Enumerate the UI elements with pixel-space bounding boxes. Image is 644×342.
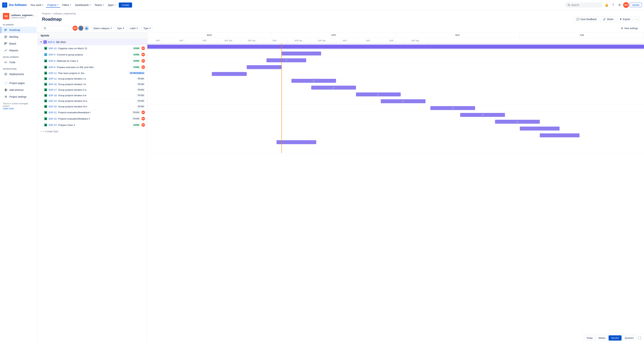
issue-key[interactable]: SOF-21 [48,111,57,114]
issue-row[interactable]: ▣SOF-18Group projects iteration II-bTO D… [38,93,147,98]
issue-key[interactable]: SOF-11 [48,72,57,74]
nav-filters[interactable]: Filters ▼ [61,2,73,7]
issue-row[interactable]: ▣SOF-16Group projects iteration I-bTO DO [38,81,147,87]
issue-key[interactable]: SOF-23 [48,124,57,126]
issue-bar[interactable]: 🔗 [381,99,426,103]
issue-bar[interactable] [282,51,321,55]
weeks-button[interactable]: Weeks [596,335,608,341]
epic-key[interactable]: SOF-6 [48,41,54,43]
issue-key[interactable]: SOF-20 [48,105,57,108]
user-avatar[interactable]: MS [623,2,629,8]
issue-bar[interactable]: 🔗 [311,86,356,90]
issue-bar[interactable] [540,133,580,137]
sidebar-item-reports[interactable]: Reports [1,47,36,54]
issue-key[interactable]: SOF-17 [48,88,57,91]
issue-key[interactable]: SOF-8 [48,60,55,62]
export-button[interactable]: ⬆ Export [618,16,632,22]
issue-key[interactable]: SOF-12 [48,77,57,80]
issue-bar[interactable]: 🔗 [495,120,540,124]
issue-key[interactable]: SOF-16 [48,83,57,86]
nav-teams[interactable]: Teams ▼ [93,2,106,7]
settings-button[interactable]: ⚙ [617,2,622,8]
issue-row[interactable]: ▣SOF-9Prepare exercises on IDE and GitH.… [38,64,147,70]
sidebar-item-project-pages[interactable]: 📄 Project pages [1,80,36,86]
update-button[interactable]: Update [630,3,642,7]
issue-row[interactable]: ▣SOF-12Group projects iteration I-aTO DO [38,76,147,81]
create-epic-button[interactable]: + + Create Epic [38,128,147,135]
nav-projects[interactable]: Projects ▼ [46,2,60,7]
months-button[interactable]: Months [608,335,622,341]
sidebar-item-backlog[interactable]: Backlog [1,33,36,40]
avatar-filter-ms[interactable]: MS [72,26,78,31]
epic-filter[interactable]: Epic ▼ [115,26,126,31]
issue-row[interactable]: ▣SOF-21Projects evaluation/feeedback ITO… [38,109,147,116]
search-box[interactable] [566,3,602,7]
label-filter[interactable]: Label ▼ [128,26,140,31]
sidebar-item-add-shortcut[interactable]: ➕ Add shortcut [1,87,36,93]
issue-bar[interactable]: 🔗 [266,58,306,62]
issue-bar[interactable] [276,140,316,144]
create-button[interactable]: Create [119,2,132,7]
notifications-button[interactable]: 🔔 [604,2,610,8]
learn-more-link[interactable]: Learn more [3,107,14,110]
chevron-down-icon: ▼ [123,27,124,29]
issue-bar[interactable]: 🔗 [460,113,505,117]
epic-toggle-icon[interactable]: ▼ [40,40,42,43]
avatar-filter-group[interactable]: 👥 [84,26,89,31]
issue-row[interactable]: ▣SOF-11Plan team projects in JiraIN PROG… [38,70,147,76]
share-button[interactable]: 🔗 Share [600,16,616,22]
issue-bar[interactable]: 🔗 [356,92,401,96]
today-button[interactable]: Today [584,335,596,341]
status-category-filter[interactable]: Status category ▼ [91,26,114,31]
issue-name: Organize class on March 21 [58,47,131,50]
sidebar-project[interactable]: SE software_engineeri... Software projec… [0,10,38,21]
sidebar-item-code[interactable]: Code [1,59,36,65]
quarters-button[interactable]: Quarters [622,335,636,341]
issue-row[interactable]: ✓SOF-5Commit to group projectsDONEMS [38,51,147,58]
issue-row[interactable]: ▣SOF-17Group projects iteration II-aTO D… [38,87,147,93]
issue-status: TO DO [132,117,140,120]
issue-bar[interactable]: 🔗 [292,79,336,83]
issue-row[interactable]: ▣SOF-8Materials for Class 3DONEMS [38,58,147,64]
nav-apps[interactable]: Apps ▼ [106,2,117,7]
nav-your-work[interactable]: Your work ▼ [29,2,45,7]
issue-key[interactable]: SOF-19 [48,100,57,102]
search-input[interactable] [571,3,596,6]
breadcrumb-projects[interactable]: Projects [42,12,50,15]
issue-key[interactable]: SOF-18 [48,94,57,97]
epic-bar[interactable] [147,45,644,49]
epic-row[interactable]: ▼ E SOF-6 lab class [38,39,147,45]
issue-row[interactable]: ▣SOF-10Organize class on March 21DONEMS [38,45,147,51]
issue-row[interactable]: ▣SOF-19Group projects iteration III-aTO … [38,98,147,104]
nav-dashboards[interactable]: Dashboards ▼ [74,2,92,7]
issue-status: TO DO [136,94,145,97]
sidebar-item-deployments[interactable]: Deployments [1,71,36,77]
sidebar-item-board[interactable]: Board [1,40,36,47]
issue-bar[interactable] [247,65,282,69]
breadcrumb-project-name[interactable]: software_engineering [53,12,76,15]
issue-bar[interactable] [520,127,560,130]
issue-key[interactable]: SOF-22 [48,117,57,120]
timeline-panel[interactable]: MARAPRMAYJUN SOF ...SOF ...SOF ...SOF Sp… [147,32,644,342]
issue-row[interactable]: ▣SOF-20Group projects iteration III-bTO … [38,104,147,109]
avatar-filter-user2[interactable]: 👤 [78,26,84,31]
type-filter[interactable]: Type ▼ [142,26,153,31]
issue-row[interactable]: ▣SOF-22Projects evaluation/feedback IITO… [38,116,147,122]
issue-row[interactable]: ▣SOF-23Prepare Class 4DONEMS [38,122,147,128]
issue-key[interactable]: SOF-10 [48,47,57,50]
more-options-button[interactable]: ··· [634,16,640,22]
give-feedback-button[interactable]: 💬 Give feedback [574,16,599,22]
issue-key[interactable]: SOF-9 [48,66,55,69]
issue-bar[interactable] [212,72,246,76]
view-settings-button[interactable]: ⚙ View settings [619,26,640,30]
issue-bar[interactable]: 🔗 [430,106,475,110]
roadmap-search-filter[interactable] [42,26,70,30]
add-shortcut-label: Add shortcut [9,88,24,91]
sidebar-item-roadmap[interactable]: Roadmap [1,27,36,33]
help-button[interactable]: ? [610,2,616,8]
sidebar-item-project-settings[interactable]: ⚙ Project settings [1,93,36,100]
roadmap-search-input[interactable] [47,27,69,30]
issue-key[interactable]: SOF-5 [48,53,55,56]
app-logo[interactable]: Jira Software [2,2,26,7]
fullscreen-button[interactable]: ⛶ [638,337,641,340]
